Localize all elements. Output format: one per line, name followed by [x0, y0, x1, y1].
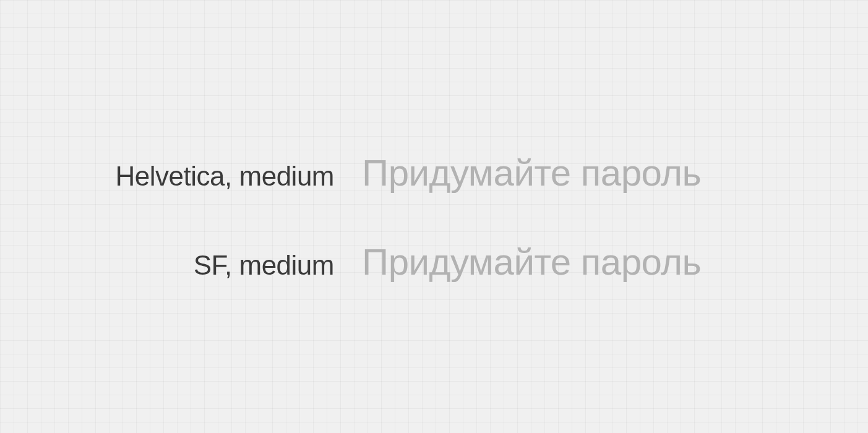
font-label-helvetica: Helvetica, medium: [0, 161, 334, 192]
font-sample-helvetica: Придумайте пароль: [362, 152, 701, 194]
font-row-sf: SF, medium Придумайте пароль: [0, 241, 868, 283]
font-sample-sf: Придумайте пароль: [362, 241, 701, 283]
font-comparison-container: Helvetica, medium Придумайте пароль SF, …: [0, 152, 868, 283]
font-label-sf: SF, medium: [0, 250, 334, 281]
font-row-helvetica: Helvetica, medium Придумайте пароль: [0, 152, 868, 194]
